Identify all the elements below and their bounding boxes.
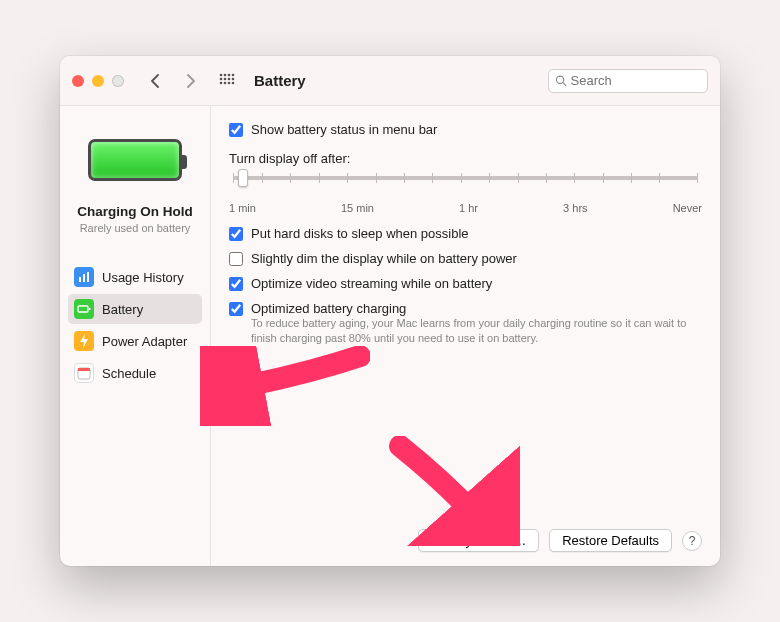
battery-icon xyxy=(88,139,182,181)
optimized-charging-checkbox[interactable] xyxy=(229,302,243,316)
sidebar-item-battery[interactable]: Battery xyxy=(68,294,202,324)
close-window-button[interactable] xyxy=(72,75,84,87)
show-all-icon[interactable] xyxy=(214,68,240,94)
titlebar: Battery xyxy=(60,56,720,106)
sidebar-item-label: Power Adapter xyxy=(102,334,187,349)
svg-point-9 xyxy=(224,81,227,84)
usage-history-icon xyxy=(74,267,94,287)
svg-rect-14 xyxy=(79,277,81,282)
svg-point-11 xyxy=(232,81,235,84)
hard-disks-label: Put hard disks to sleep when possible xyxy=(251,226,469,241)
sidebar-list: Usage History Battery Power Adapter xyxy=(68,262,202,388)
main-panel: Show battery status in menu bar Turn dis… xyxy=(210,106,720,566)
display-off-slider[interactable] xyxy=(229,170,702,198)
slider-tick-never: Never xyxy=(673,202,702,214)
traffic-lights xyxy=(72,75,124,87)
slider-tick-1hr: 1 hr xyxy=(459,202,478,214)
search-field[interactable] xyxy=(548,69,708,93)
svg-point-0 xyxy=(220,73,223,76)
slider-knob[interactable] xyxy=(238,169,248,187)
window-body: Charging On Hold Rarely used on battery … xyxy=(60,106,720,566)
fullscreen-window-button[interactable] xyxy=(112,75,124,87)
svg-point-2 xyxy=(228,73,231,76)
svg-line-13 xyxy=(563,83,566,86)
charging-status-title: Charging On Hold xyxy=(68,204,202,219)
charging-status-subtitle: Rarely used on battery xyxy=(68,222,202,234)
show-status-row: Show battery status in menu bar xyxy=(229,122,702,137)
dim-display-label: Slightly dim the display while on batter… xyxy=(251,251,517,266)
hard-disks-checkbox[interactable] xyxy=(229,227,243,241)
slider-tick-3hrs: 3 hrs xyxy=(563,202,587,214)
show-status-checkbox[interactable] xyxy=(229,123,243,137)
sidebar: Charging On Hold Rarely used on battery … xyxy=(60,106,210,566)
sidebar-item-usage-history[interactable]: Usage History xyxy=(68,262,202,292)
svg-point-6 xyxy=(228,77,231,80)
svg-rect-18 xyxy=(89,308,91,310)
power-adapter-icon xyxy=(74,331,94,351)
back-button[interactable] xyxy=(142,68,168,94)
optimized-charging-label: Optimized battery charging xyxy=(251,301,406,316)
optimized-charging-row: Optimized battery charging xyxy=(229,301,702,316)
svg-point-4 xyxy=(220,77,223,80)
slider-tick-labels: 1 min 15 min 1 hr 3 hrs Never xyxy=(229,202,702,214)
system-preferences-window: Battery Charging On Hold Rarely used on … xyxy=(60,56,720,566)
hard-disks-row: Put hard disks to sleep when possible xyxy=(229,226,702,241)
sidebar-item-label: Battery xyxy=(102,302,143,317)
slider-tick-1min: 1 min xyxy=(229,202,256,214)
battery-health-button[interactable]: Battery Health… xyxy=(418,529,539,552)
window-title: Battery xyxy=(254,72,538,89)
svg-point-7 xyxy=(232,77,235,80)
sidebar-item-label: Schedule xyxy=(102,366,156,381)
battery-graphic xyxy=(68,120,202,200)
svg-rect-20 xyxy=(78,368,90,371)
search-icon xyxy=(555,74,567,87)
optimize-video-label: Optimize video streaming while on batter… xyxy=(251,276,492,291)
sidebar-item-label: Usage History xyxy=(102,270,184,285)
svg-point-1 xyxy=(224,73,227,76)
svg-point-8 xyxy=(220,81,223,84)
help-button[interactable]: ? xyxy=(682,531,702,551)
schedule-icon xyxy=(74,363,94,383)
slider-tick-15min: 15 min xyxy=(341,202,374,214)
optimized-charging-description: To reduce battery aging, your Mac learns… xyxy=(251,316,702,346)
svg-rect-16 xyxy=(87,272,89,282)
svg-point-10 xyxy=(228,81,231,84)
svg-point-3 xyxy=(232,73,235,76)
optimize-video-row: Optimize video streaming while on batter… xyxy=(229,276,702,291)
forward-button[interactable] xyxy=(178,68,204,94)
svg-rect-15 xyxy=(83,274,85,282)
sidebar-item-power-adapter[interactable]: Power Adapter xyxy=(68,326,202,356)
dim-display-row: Slightly dim the display while on batter… xyxy=(229,251,702,266)
minimize-window-button[interactable] xyxy=(92,75,104,87)
svg-point-5 xyxy=(224,77,227,80)
bottom-button-row: Battery Health… Restore Defaults ? xyxy=(229,529,702,552)
dim-display-checkbox[interactable] xyxy=(229,252,243,266)
svg-rect-17 xyxy=(78,306,88,312)
display-off-label: Turn display off after: xyxy=(229,151,702,166)
search-input[interactable] xyxy=(571,73,701,88)
sidebar-item-schedule[interactable]: Schedule xyxy=(68,358,202,388)
show-status-label: Show battery status in menu bar xyxy=(251,122,437,137)
optimize-video-checkbox[interactable] xyxy=(229,277,243,291)
display-off-slider-section: Turn display off after: xyxy=(229,151,702,214)
restore-defaults-button[interactable]: Restore Defaults xyxy=(549,529,672,552)
battery-item-icon xyxy=(74,299,94,319)
